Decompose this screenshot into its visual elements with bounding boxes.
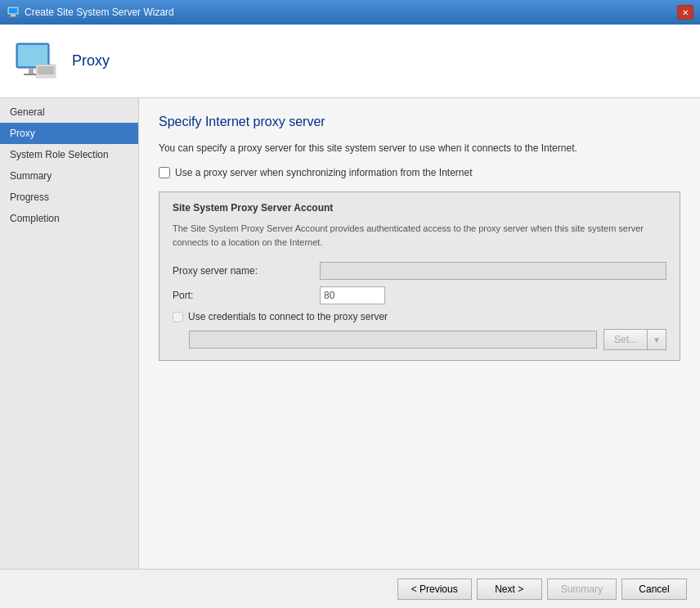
port-row: Port: bbox=[173, 286, 666, 304]
use-credentials-label[interactable]: Use credentials to connect to the proxy … bbox=[188, 311, 388, 322]
wizard-window: Create Site System Server Wizard ✕ Proxy bbox=[0, 0, 700, 608]
set-button-group: Set... ▼ bbox=[604, 329, 666, 350]
proxy-server-name-label: Proxy server name: bbox=[173, 265, 320, 277]
sidebar-item-general[interactable]: General bbox=[0, 101, 138, 123]
sidebar-item-summary[interactable]: Summary bbox=[0, 165, 138, 187]
previous-button[interactable]: < Previous bbox=[397, 579, 472, 600]
sidebar: General Proxy System Role Selection Summ… bbox=[0, 98, 139, 569]
wizard-body: General Proxy System Role Selection Summ… bbox=[0, 98, 700, 569]
use-proxy-label[interactable]: Use a proxy server when synchronizing in… bbox=[175, 167, 473, 178]
title-bar-title: Create Site System Server Wizard bbox=[25, 7, 174, 18]
proxy-server-name-input[interactable] bbox=[320, 262, 666, 280]
wizard-header: Proxy bbox=[0, 25, 700, 98]
proxy-box-desc: The Site System Proxy Server Account pro… bbox=[173, 222, 666, 249]
svg-rect-6 bbox=[29, 68, 34, 74]
proxy-server-name-row: Proxy server name: bbox=[173, 262, 666, 280]
sidebar-item-completion[interactable]: Completion bbox=[0, 208, 138, 229]
proxy-box-title: Site System Proxy Server Account bbox=[173, 202, 666, 214]
footer: < Previous Next > Summary Cancel bbox=[0, 569, 700, 608]
header-icon bbox=[13, 38, 59, 84]
svg-rect-2 bbox=[11, 15, 16, 16]
credentials-text-input[interactable] bbox=[189, 331, 597, 349]
title-bar-left: Create Site System Server Wizard bbox=[7, 6, 174, 19]
credentials-input-row: Set... ▼ bbox=[189, 329, 666, 350]
title-bar: Create Site System Server Wizard ✕ bbox=[0, 0, 700, 25]
svg-rect-9 bbox=[38, 66, 54, 74]
set-dropdown-button[interactable]: ▼ bbox=[648, 330, 666, 349]
main-content: Specify Internet proxy server You can sp… bbox=[139, 98, 700, 569]
set-dropdown-icon: ▼ bbox=[653, 336, 661, 345]
port-input[interactable] bbox=[320, 286, 385, 304]
port-label: Port: bbox=[173, 290, 320, 301]
set-button[interactable]: Set... bbox=[604, 330, 648, 349]
use-credentials-checkbox[interactable] bbox=[173, 312, 183, 322]
app-icon bbox=[7, 6, 20, 19]
use-proxy-row: Use a proxy server when synchronizing in… bbox=[159, 167, 680, 178]
summary-button[interactable]: Summary bbox=[547, 579, 617, 600]
use-credentials-row: Use credentials to connect to the proxy … bbox=[173, 311, 666, 322]
cancel-button[interactable]: Cancel bbox=[621, 579, 687, 600]
header-title: Proxy bbox=[72, 52, 110, 70]
close-button[interactable]: ✕ bbox=[677, 5, 693, 20]
svg-rect-3 bbox=[9, 16, 17, 17]
sidebar-item-proxy[interactable]: Proxy bbox=[0, 123, 138, 144]
next-button[interactable]: Next > bbox=[477, 579, 542, 600]
description-text: You can specify a proxy server for this … bbox=[159, 142, 680, 154]
sidebar-item-progress[interactable]: Progress bbox=[0, 187, 138, 208]
page-title: Specify Internet proxy server bbox=[159, 115, 680, 129]
sidebar-item-system-role-selection[interactable]: System Role Selection bbox=[0, 144, 138, 165]
proxy-box: Site System Proxy Server Account The Sit… bbox=[159, 191, 680, 361]
use-proxy-checkbox[interactable] bbox=[159, 167, 170, 178]
svg-rect-1 bbox=[9, 8, 17, 13]
svg-rect-5 bbox=[18, 45, 47, 66]
title-bar-controls: ✕ bbox=[677, 5, 693, 20]
